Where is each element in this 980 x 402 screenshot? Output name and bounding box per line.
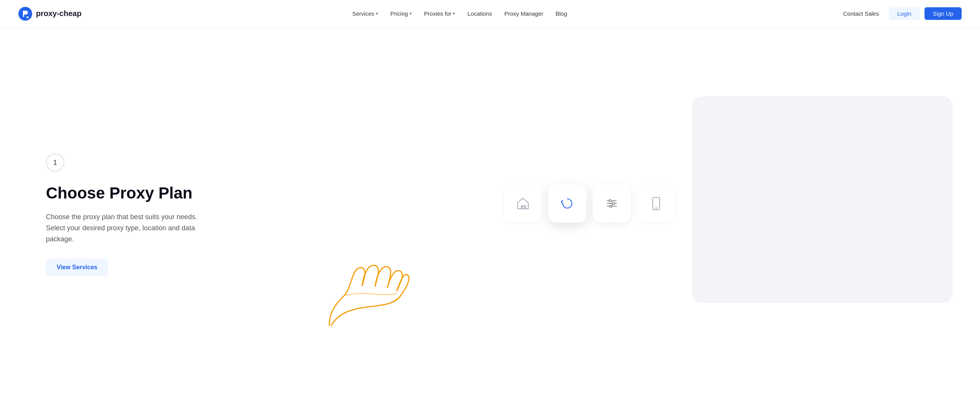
svg-point-7	[612, 202, 614, 205]
house-card	[504, 184, 542, 223]
nav-item-proxies-for[interactable]: Proxies for ▾	[419, 7, 461, 20]
step-badge: 1	[46, 153, 64, 172]
refresh-card	[548, 184, 586, 223]
illustration-background	[692, 96, 952, 303]
view-services-button[interactable]: View Services	[46, 259, 108, 276]
hero-description: Choose the proxy plan that best suits yo…	[46, 212, 214, 244]
sliders-card	[593, 184, 631, 223]
hand-illustration	[306, 234, 429, 326]
hero-section: 1 Choose Proxy Plan Choose the proxy pla…	[0, 28, 980, 402]
nav-menu: Services ▾ Pricing ▾ Proxies for ▾ Locat…	[347, 7, 572, 20]
chevron-down-icon: ▾	[410, 11, 412, 16]
tablet-card	[637, 184, 675, 223]
login-button[interactable]: Login	[889, 7, 920, 20]
nav-item-services[interactable]: Services ▾	[347, 7, 384, 20]
nav-item-locations[interactable]: Locations	[462, 7, 497, 20]
tablet-icon	[648, 195, 665, 212]
nav-actions: Contact Sales Login Sign Up	[838, 7, 962, 20]
nav-item-blog[interactable]: Blog	[550, 7, 572, 20]
svg-point-1	[27, 16, 29, 18]
svg-point-6	[609, 200, 611, 202]
sliders-icon	[603, 195, 620, 212]
chevron-down-icon: ▾	[453, 11, 455, 16]
navigation: proxy-cheap Services ▾ Pricing ▾ Proxies…	[0, 0, 980, 28]
house-icon	[514, 195, 531, 212]
hero-left: 1 Choose Proxy Plan Choose the proxy pla…	[46, 153, 214, 276]
signup-button[interactable]: Sign Up	[924, 7, 962, 20]
nav-item-pricing[interactable]: Pricing ▾	[385, 7, 417, 20]
logo-link[interactable]: proxy-cheap	[18, 7, 82, 21]
nav-item-proxy-manager[interactable]: Proxy Manager	[499, 7, 549, 20]
logo-text: proxy-cheap	[36, 9, 82, 18]
svg-point-8	[610, 205, 612, 207]
svg-point-10	[656, 207, 657, 208]
icon-cards-row	[504, 184, 675, 223]
hero-illustration	[245, 119, 934, 311]
hero-title: Choose Proxy Plan	[46, 184, 214, 202]
contact-sales-button[interactable]: Contact Sales	[838, 7, 884, 20]
refresh-icon	[559, 195, 576, 212]
chevron-down-icon: ▾	[376, 11, 378, 16]
logo-icon	[18, 7, 32, 21]
